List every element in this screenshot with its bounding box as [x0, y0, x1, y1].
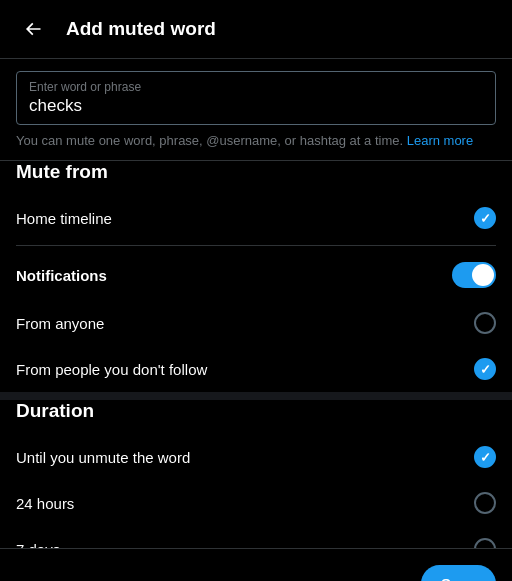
- from-anyone-option: From anyone: [16, 300, 496, 346]
- save-button[interactable]: Save: [421, 565, 496, 581]
- word-input-wrapper[interactable]: Enter word or phrase: [16, 71, 496, 125]
- home-timeline-label: Home timeline: [16, 210, 112, 227]
- 24-hours-radio[interactable]: [474, 492, 496, 514]
- from-people-checkbox[interactable]: [474, 358, 496, 380]
- bottom-bar: Save: [0, 548, 512, 581]
- until-unmute-option: Until you unmute the word: [16, 434, 496, 480]
- home-timeline-option: Home timeline: [16, 195, 496, 241]
- input-label: Enter word or phrase: [29, 80, 483, 94]
- notifications-toggle[interactable]: [452, 262, 496, 288]
- section-divider: [0, 392, 512, 400]
- mute-from-title: Mute from: [16, 161, 496, 183]
- toggle-knob: [472, 264, 494, 286]
- mute-from-section: Mute from Home timeline Notifications Fr…: [0, 161, 512, 392]
- from-people-option: From people you don't follow: [16, 346, 496, 392]
- back-button[interactable]: [16, 12, 50, 46]
- input-section: Enter word or phrase You can mute one wo…: [0, 59, 512, 161]
- home-timeline-checkbox[interactable]: [474, 207, 496, 229]
- notifications-label: Notifications: [16, 267, 107, 284]
- until-unmute-radio[interactable]: [474, 446, 496, 468]
- notifications-option: Notifications: [16, 250, 496, 300]
- 24-hours-option: 24 hours: [16, 480, 496, 526]
- duration-title: Duration: [16, 400, 496, 422]
- from-anyone-checkbox[interactable]: [474, 312, 496, 334]
- divider-1: [16, 245, 496, 246]
- header: Add muted word: [0, 0, 512, 59]
- learn-more-link[interactable]: Learn more: [407, 133, 473, 148]
- page-title: Add muted word: [66, 18, 216, 40]
- from-people-label: From people you don't follow: [16, 361, 207, 378]
- until-unmute-label: Until you unmute the word: [16, 449, 190, 466]
- from-anyone-label: From anyone: [16, 315, 104, 332]
- 24-hours-label: 24 hours: [16, 495, 74, 512]
- word-input[interactable]: [29, 96, 483, 116]
- input-hint: You can mute one word, phrase, @username…: [16, 133, 496, 148]
